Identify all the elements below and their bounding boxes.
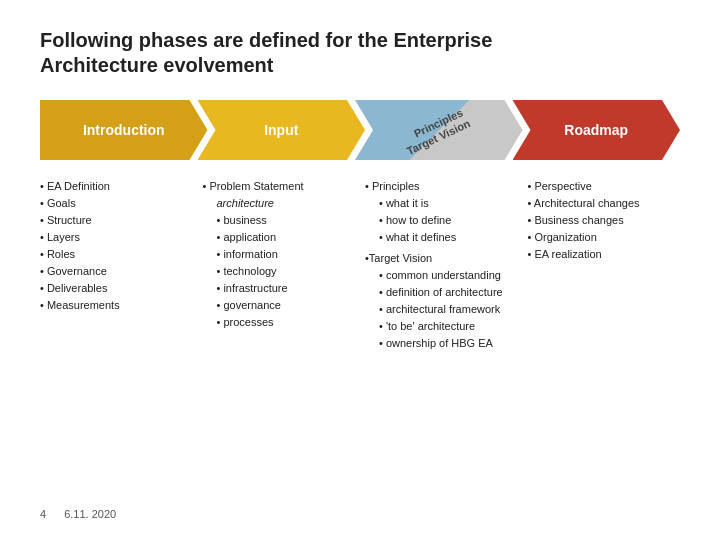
road-item-3: • Organization [528, 229, 681, 246]
page-title: Following phases are defined for the Ent… [40, 28, 680, 78]
intro-item-3: • Layers [40, 229, 193, 246]
input-item-7: • governance [203, 297, 356, 314]
princ-item-9: • ownership of HBG EA [365, 335, 518, 352]
input-item-3: • application [203, 229, 356, 246]
princ-item-8: • 'to be' architecture [365, 318, 518, 335]
footer: 4 6.11. 2020 [40, 508, 680, 520]
intro-item-5: • Governance [40, 263, 193, 280]
page-number: 4 [40, 508, 46, 520]
phase-introduction: Introduction [40, 100, 208, 160]
input-content: • Problem Statement architecture • busin… [203, 178, 356, 498]
princ-item-2: • how to define [365, 212, 518, 229]
princ-item-0: • Principles [365, 178, 518, 195]
page: Following phases are defined for the Ent… [0, 0, 720, 540]
principles-content: • Principles • what it is • how to defin… [365, 178, 518, 498]
introduction-content: • EA Definition • Goals • Structure • La… [40, 178, 193, 498]
roadmap-content: • Perspective • Architectural changes • … [528, 178, 681, 498]
input-item-4: • information [203, 246, 356, 263]
phase-roadmap-label: Roadmap [564, 122, 628, 138]
phase-roadmap: Roadmap [513, 100, 681, 160]
princ-item-6: • definition of architecture [365, 284, 518, 301]
phase-principles: Principles Target Vision [355, 100, 523, 160]
princ-item-3: • what it defines [365, 229, 518, 246]
input-item-6: • infrastructure [203, 280, 356, 297]
intro-item-6: • Deliverables [40, 280, 193, 297]
phases-row: Introduction Input Principles Target Vis… [40, 100, 680, 160]
princ-item-4: •Target Vision [365, 250, 518, 267]
intro-item-1: • Goals [40, 195, 193, 212]
phase-input: Input [198, 100, 366, 160]
intro-item-0: • EA Definition [40, 178, 193, 195]
content-row: • EA Definition • Goals • Structure • La… [40, 178, 680, 498]
intro-item-2: • Structure [40, 212, 193, 229]
princ-item-7: • architectural framework [365, 301, 518, 318]
road-item-1: • Architectural changes [528, 195, 681, 212]
road-item-0: • Perspective [528, 178, 681, 195]
princ-item-1: • what it is [365, 195, 518, 212]
princ-item-5: • common understanding [365, 267, 518, 284]
input-item-1: architecture [203, 195, 356, 212]
input-item-2: • business [203, 212, 356, 229]
intro-item-4: • Roles [40, 246, 193, 263]
input-item-0: • Problem Statement [203, 178, 356, 195]
intro-item-7: • Measurements [40, 297, 193, 314]
input-item-5: • technology [203, 263, 356, 280]
phase-input-label: Input [264, 122, 298, 138]
input-item-8: • processes [203, 314, 356, 331]
footer-date: 6.11. 2020 [64, 508, 116, 520]
road-item-4: • EA realization [528, 246, 681, 263]
road-item-2: • Business changes [528, 212, 681, 229]
phase-introduction-label: Introduction [83, 122, 165, 138]
